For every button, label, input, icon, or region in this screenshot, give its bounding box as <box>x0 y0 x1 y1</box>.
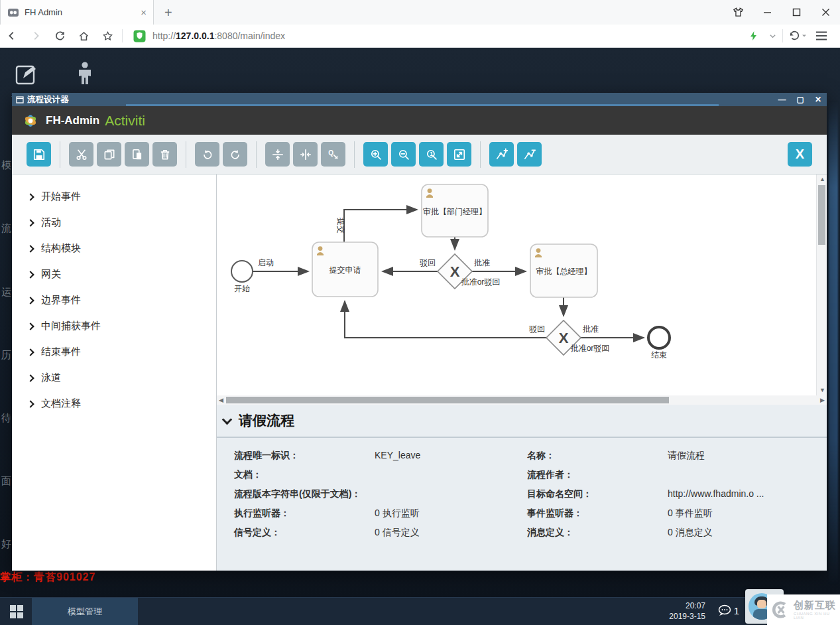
add-bendpoint-icon <box>495 148 509 161</box>
remove-bendpoint-icon <box>523 148 536 161</box>
zoom-fit-icon <box>453 148 466 161</box>
forward-icon[interactable] <box>24 26 48 46</box>
edit-icon <box>1 62 53 86</box>
add-bendpoint-button[interactable] <box>489 142 514 167</box>
flow-edge[interactable] <box>344 210 417 242</box>
home-icon[interactable] <box>72 26 95 46</box>
redo-icon <box>201 148 214 161</box>
favorite-star-icon[interactable] <box>95 26 119 46</box>
start-button[interactable] <box>5 601 28 622</box>
properties-section-header[interactable]: 请假流程 <box>217 405 827 438</box>
designer-close-button[interactable]: X <box>788 142 812 167</box>
dialog-titlebar[interactable]: 流程设计器 — ▢ ✕ <box>12 93 827 106</box>
dialog-maximize-icon[interactable]: ▢ <box>797 96 804 104</box>
task-approve-general-manager[interactable]: 审批【总经理】 <box>530 244 597 297</box>
dialog-minimize-icon[interactable]: — <box>778 96 786 104</box>
align-horizontal-icon <box>299 148 312 161</box>
palette-item-label: 结束事件 <box>41 346 81 358</box>
property-value: 0 事件监听 <box>668 508 713 520</box>
taskbar-item-model-management[interactable]: 模型管理 <box>32 598 138 625</box>
property-value: http://www.fhadmin.o ... <box>668 488 764 499</box>
edge-label: 提交 <box>336 218 345 234</box>
scroll-down-icon[interactable]: ▼ <box>819 387 825 393</box>
zoom-out-button[interactable] <box>391 142 416 167</box>
palette-item-intermediate-catching-events[interactable]: 中间捕获事件 <box>12 313 216 339</box>
start-event[interactable] <box>231 261 253 282</box>
property-label: 目标命名空间： <box>527 488 592 500</box>
taskbar-clock[interactable]: 20:07 2019-3-15 <box>669 600 705 622</box>
copy-button <box>97 142 121 167</box>
svg-text:1: 1 <box>430 151 433 157</box>
remove-bendpoint-button[interactable] <box>517 142 542 167</box>
vertical-scroll-thumb[interactable] <box>818 185 825 245</box>
property-row: 文档：流程作者： <box>217 465 827 484</box>
task-approve-dept-manager[interactable]: 审批【部门经理】 <box>422 184 488 237</box>
palette-item-boundary-events[interactable]: 边界事件 <box>12 287 216 313</box>
scroll-up-icon[interactable]: ▲ <box>819 176 825 182</box>
scroll-left-icon[interactable]: ◀ <box>219 397 223 403</box>
palette-item-label: 文档注释 <box>41 397 81 410</box>
canvas-vertical-scrollbar[interactable]: ▲ ▼ <box>816 174 827 395</box>
edge-text-fragment: 模 <box>1 159 12 172</box>
property-label: 信号定义： <box>234 527 280 539</box>
property-row: 执行监听器：0 执行监听事件监听器：0 事件监听 <box>217 504 827 523</box>
palette-item-label: 边界事件 <box>41 294 81 307</box>
scroll-right-icon[interactable]: ▶ <box>820 397 825 403</box>
task-submit-request[interactable]: 提交申请 <box>312 242 378 297</box>
chevron-right-icon <box>27 348 34 356</box>
back-icon[interactable] <box>0 26 24 46</box>
person-icon <box>59 62 111 86</box>
edge-text-fragment: 历 <box>1 349 12 362</box>
palette-item-structural[interactable]: 结构模块 <box>12 236 216 261</box>
palette-item-gateways[interactable]: 网关 <box>12 261 216 287</box>
close-icon[interactable] <box>811 0 840 25</box>
end-event[interactable] <box>648 327 670 348</box>
task-label: 提交申请 <box>330 265 361 275</box>
new-tab-button[interactable]: + <box>164 5 172 21</box>
palette-item-end-events[interactable]: 结束事件 <box>12 339 216 365</box>
dialog-close-icon[interactable]: ✕ <box>815 96 821 104</box>
undo-closed-tab-icon[interactable] <box>786 26 810 46</box>
minimize-icon[interactable] <box>752 0 782 25</box>
browser-tab[interactable]: FH Admin × <box>0 0 154 25</box>
palette-item-label: 网关 <box>41 268 61 281</box>
notification-count: 1 <box>734 605 739 616</box>
zoom-in-button[interactable] <box>363 142 388 167</box>
zoom-actual-button[interactable]: 1 <box>419 142 444 167</box>
speed-mode-chevron-icon[interactable] <box>765 26 780 46</box>
property-label: 流程版本字符串(仅限于文档)： <box>234 488 361 500</box>
maximize-icon[interactable] <box>782 0 811 25</box>
skin-icon[interactable] <box>723 0 752 25</box>
menu-icon[interactable] <box>810 26 833 46</box>
refresh-icon[interactable] <box>48 26 72 46</box>
diagram-canvas[interactable]: 提交申请审批【部门经理】X审批【总经理】X开始启动提交驳回批准批准or驳回驳回批… <box>217 174 814 395</box>
property-label: 流程作者： <box>527 469 573 481</box>
flow-edge[interactable] <box>345 301 546 338</box>
palette-item-start-events[interactable]: 开始事件 <box>12 184 216 210</box>
edge-text-fragment: 流 <box>1 222 12 235</box>
cut-button <box>69 142 93 167</box>
designer-header: FH-Admin Activiti <box>12 106 827 135</box>
palette-item-activities[interactable]: 活动 <box>12 210 216 236</box>
toolbar-divider <box>186 141 186 168</box>
speed-mode-icon[interactable] <box>741 26 765 46</box>
palette-item-swimlanes[interactable]: 泳道 <box>12 365 216 391</box>
edge-label: 批准or驳回 <box>461 277 501 287</box>
horizontal-scroll-thumb[interactable] <box>226 397 669 403</box>
delete-button <box>152 142 177 167</box>
gateway-x-symbol: X <box>450 263 460 280</box>
edge-label: 批准 <box>474 258 490 267</box>
url-text[interactable]: http://127.0.0.1:8080/main/index <box>152 31 285 41</box>
zoom-fit-button[interactable] <box>447 142 471 167</box>
task-label: 审批【总经理】 <box>536 267 592 276</box>
palette-item-documentation[interactable]: 文档注释 <box>12 391 216 417</box>
save-button[interactable] <box>27 142 51 167</box>
property-row: 信号定义：0 信号定义消息定义：0 消息定义 <box>217 523 827 542</box>
tab-close-icon[interactable]: × <box>141 7 147 18</box>
notification-area[interactable]: 1 <box>718 604 739 617</box>
address-bar[interactable]: http://127.0.0.1:8080/main/index <box>133 30 741 42</box>
property-value: 0 信号定义 <box>375 527 420 539</box>
canvas-horizontal-scrollbar[interactable]: ◀ ▶ <box>217 395 827 405</box>
chevron-right-icon <box>27 400 34 407</box>
fh-admin-logo <box>21 111 40 130</box>
